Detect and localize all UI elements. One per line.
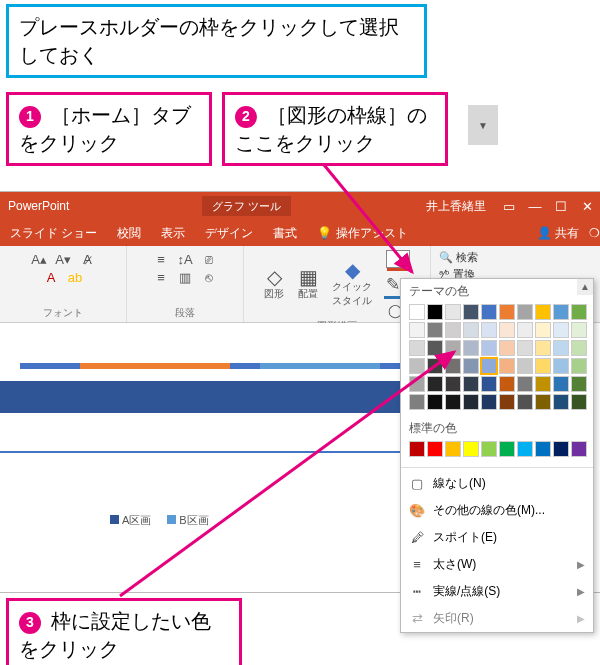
theme-color-swatch[interactable] xyxy=(535,340,551,356)
theme-color-swatch[interactable] xyxy=(481,304,497,320)
quick-styles-icon[interactable]: ◆ xyxy=(343,261,361,279)
theme-color-swatch[interactable] xyxy=(535,376,551,392)
theme-color-swatch[interactable] xyxy=(517,304,533,320)
theme-color-swatch[interactable] xyxy=(445,322,461,338)
tab-slideshow[interactable]: スライド ショー xyxy=(0,220,107,246)
theme-color-swatch[interactable] xyxy=(445,304,461,320)
find-button[interactable]: 🔍 検索 xyxy=(439,250,478,265)
theme-color-swatch[interactable] xyxy=(409,322,425,338)
standard-color-swatch[interactable] xyxy=(409,441,425,457)
decrease-font-icon[interactable]: A▾ xyxy=(54,250,72,268)
theme-color-swatch[interactable] xyxy=(517,322,533,338)
scroll-up-icon[interactable]: ▲ xyxy=(577,279,593,295)
theme-color-swatch[interactable] xyxy=(445,394,461,410)
theme-color-swatch[interactable] xyxy=(445,376,461,392)
theme-color-swatch[interactable] xyxy=(463,376,479,392)
theme-color-swatch[interactable] xyxy=(427,358,443,374)
share-button[interactable]: 👤 共有 xyxy=(527,225,589,242)
theme-color-swatch[interactable] xyxy=(499,304,515,320)
standard-color-swatch[interactable] xyxy=(535,441,551,457)
theme-color-swatch[interactable] xyxy=(571,322,587,338)
columns-icon[interactable]: ▥ xyxy=(176,268,194,286)
dropdown-button[interactable]: ▼ xyxy=(468,105,498,145)
theme-color-swatch[interactable] xyxy=(499,358,515,374)
theme-color-swatch[interactable] xyxy=(409,304,425,320)
font-color-icon[interactable]: A xyxy=(42,268,60,286)
theme-color-swatch[interactable] xyxy=(445,340,461,356)
shape-fill-button[interactable] xyxy=(386,250,410,268)
theme-color-swatch[interactable] xyxy=(409,340,425,356)
theme-color-swatch[interactable] xyxy=(499,376,515,392)
theme-color-swatch[interactable] xyxy=(499,340,515,356)
minimize-icon[interactable]: — xyxy=(522,199,548,214)
more-colors-item[interactable]: 🎨その他の線の色(M)... xyxy=(401,497,593,524)
theme-color-swatch[interactable] xyxy=(517,358,533,374)
theme-color-swatch[interactable] xyxy=(553,394,569,410)
maximize-icon[interactable]: ☐ xyxy=(548,199,574,214)
theme-color-swatch[interactable] xyxy=(481,340,497,356)
theme-color-swatch[interactable] xyxy=(427,376,443,392)
standard-color-swatch[interactable] xyxy=(517,441,533,457)
theme-color-swatch[interactable] xyxy=(499,322,515,338)
standard-color-swatch[interactable] xyxy=(553,441,569,457)
theme-color-swatch[interactable] xyxy=(553,322,569,338)
clear-format-icon[interactable]: A̷ xyxy=(78,250,96,268)
increase-font-icon[interactable]: A▴ xyxy=(30,250,48,268)
theme-color-swatch[interactable] xyxy=(571,358,587,374)
theme-color-swatch[interactable] xyxy=(499,394,515,410)
arrows-item[interactable]: ⇄矢印(R)▶ xyxy=(401,605,593,632)
dashes-item[interactable]: ┅実線/点線(S)▶ xyxy=(401,578,593,605)
theme-color-swatch[interactable] xyxy=(535,358,551,374)
theme-color-swatch[interactable] xyxy=(445,358,461,374)
help-icon[interactable]: ❍ xyxy=(589,226,600,240)
theme-color-swatch[interactable] xyxy=(481,358,497,374)
standard-color-swatch[interactable] xyxy=(481,441,497,457)
tab-view[interactable]: 表示 xyxy=(151,220,195,246)
theme-color-swatch[interactable] xyxy=(571,376,587,392)
theme-color-swatch[interactable] xyxy=(571,304,587,320)
theme-color-swatch[interactable] xyxy=(571,340,587,356)
shapes-icon[interactable]: ◇ xyxy=(265,268,283,286)
arrange-icon[interactable]: ▦ xyxy=(299,268,317,286)
theme-color-swatch[interactable] xyxy=(409,376,425,392)
tell-me[interactable]: 💡 操作アシスト xyxy=(307,220,417,246)
highlight-icon[interactable]: ab xyxy=(66,268,84,286)
theme-color-swatch[interactable] xyxy=(463,358,479,374)
standard-color-swatch[interactable] xyxy=(571,441,587,457)
theme-color-swatch[interactable] xyxy=(571,394,587,410)
smartart-icon[interactable]: ⎋ xyxy=(200,268,218,286)
theme-color-swatch[interactable] xyxy=(481,376,497,392)
close-icon[interactable]: ✕ xyxy=(574,199,600,214)
standard-color-swatch[interactable] xyxy=(445,441,461,457)
theme-color-swatch[interactable] xyxy=(481,322,497,338)
text-direction-icon[interactable]: ↕A xyxy=(176,250,194,268)
theme-color-swatch[interactable] xyxy=(517,376,533,392)
tab-review[interactable]: 校閲 xyxy=(107,220,151,246)
theme-color-swatch[interactable] xyxy=(427,394,443,410)
theme-color-swatch[interactable] xyxy=(553,376,569,392)
standard-color-swatch[interactable] xyxy=(463,441,479,457)
no-outline-item[interactable]: ▢線なし(N) xyxy=(401,470,593,497)
align-text-icon[interactable]: ⎚ xyxy=(200,250,218,268)
theme-color-swatch[interactable] xyxy=(535,394,551,410)
theme-color-swatch[interactable] xyxy=(427,340,443,356)
theme-color-swatch[interactable] xyxy=(535,322,551,338)
align-icon[interactable]: ≡ xyxy=(152,268,170,286)
weight-item[interactable]: ≡太さ(W)▶ xyxy=(401,551,593,578)
theme-color-swatch[interactable] xyxy=(517,394,533,410)
standard-color-swatch[interactable] xyxy=(427,441,443,457)
theme-color-swatch[interactable] xyxy=(553,358,569,374)
theme-color-swatch[interactable] xyxy=(535,304,551,320)
tab-design[interactable]: デザイン xyxy=(195,220,263,246)
theme-color-swatch[interactable] xyxy=(463,340,479,356)
theme-color-swatch[interactable] xyxy=(481,394,497,410)
theme-color-swatch[interactable] xyxy=(463,304,479,320)
theme-color-swatch[interactable] xyxy=(409,394,425,410)
theme-color-swatch[interactable] xyxy=(517,340,533,356)
theme-color-swatch[interactable] xyxy=(427,304,443,320)
theme-color-swatch[interactable] xyxy=(553,304,569,320)
theme-color-swatch[interactable] xyxy=(409,358,425,374)
ribbon-options-icon[interactable]: ▭ xyxy=(496,199,522,214)
theme-color-swatch[interactable] xyxy=(427,322,443,338)
standard-color-swatch[interactable] xyxy=(499,441,515,457)
